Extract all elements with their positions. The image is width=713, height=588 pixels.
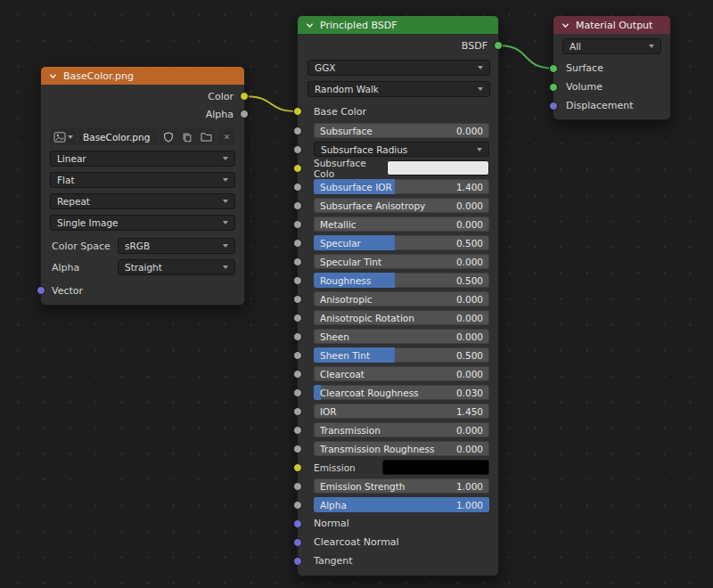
- socket-specular-input[interactable]: [293, 239, 302, 248]
- link-color-to-base-color[interactable]: [244, 96, 298, 111]
- slider-specular[interactable]: Specular0.500: [314, 235, 489, 250]
- node-material-output[interactable]: Material Output All Surface Volume Displ…: [553, 15, 671, 120]
- fake-user-shield-button[interactable]: [160, 128, 177, 145]
- input-row-ior: IOR1.450: [298, 404, 489, 419]
- socket-metallic-input[interactable]: [293, 220, 302, 229]
- input-row-transmission-roughness: Transmission Roughness0.000: [298, 441, 489, 456]
- socket-volume-input[interactable]: [549, 83, 558, 92]
- source-dropdown[interactable]: Single Image: [50, 215, 235, 231]
- node-header-principled[interactable]: Principled BSDF: [298, 16, 498, 34]
- dropdown-value: Straight: [125, 262, 162, 273]
- color-label: Emission: [314, 462, 356, 473]
- slider-metallic[interactable]: Metallic0.000: [314, 216, 489, 232]
- slider-clearcoat[interactable]: Clearcoat0.000: [314, 366, 489, 381]
- slider-alpha[interactable]: Alpha1.000: [314, 497, 489, 512]
- slider-sheen[interactable]: Sheen0.000: [314, 329, 489, 344]
- output-row-alpha: Alpha: [41, 105, 244, 123]
- socket-sheen-input[interactable]: [293, 332, 302, 341]
- socket-alpha-output[interactable]: [240, 110, 249, 118]
- color-space-dropdown[interactable]: sRGB: [118, 238, 235, 254]
- slider-value: 1.400: [456, 182, 483, 192]
- slider-clearcoat-roughness[interactable]: Clearcoat Roughness0.030: [314, 385, 489, 400]
- input-row-subsurface-anisotropy: Subsurface Anisotropy0.000: [298, 198, 489, 213]
- socket-clearcoat-roughness-input[interactable]: [293, 388, 302, 397]
- dropdown-subsurface-radius[interactable]: Subsurface Radius: [314, 142, 489, 157]
- input-label-tangent: Tangent: [314, 555, 353, 567]
- collapse-chevron-icon[interactable]: [49, 73, 57, 79]
- socket-subsurface-radius-input[interactable]: [293, 145, 302, 154]
- input-row-normal: Normal: [298, 516, 498, 531]
- socket-anisotropic-input[interactable]: [293, 295, 302, 304]
- interpolation-dropdown[interactable]: Linear: [50, 151, 235, 167]
- input-row-roughness: Roughness0.500: [298, 273, 489, 288]
- node-principled-bsdf[interactable]: Principled BSDF BSDF GGX Random Walk Bas…: [297, 15, 499, 576]
- slider-subsurface[interactable]: Subsurface0.000: [314, 123, 489, 138]
- socket-base-color-input[interactable]: [293, 107, 302, 116]
- slider-value: 0.000: [456, 313, 483, 323]
- socket-emission-input[interactable]: [293, 463, 302, 472]
- socket-ior-input[interactable]: [293, 407, 302, 416]
- socket-clearcoat-normal-input[interactable]: [293, 538, 302, 547]
- slider-anisotropic[interactable]: Anisotropic0.000: [314, 291, 489, 306]
- socket-subsurface-ior-input[interactable]: [293, 183, 302, 192]
- subsurface-method-dropdown[interactable]: Random Walk: [307, 81, 490, 97]
- slider-transmission-roughness[interactable]: Transmission Roughness0.000: [314, 441, 489, 456]
- slider-subsurface-ior[interactable]: Subsurface IOR1.400: [314, 179, 489, 194]
- socket-emission-strength-input[interactable]: [293, 482, 302, 491]
- image-browse-button[interactable]: [50, 128, 77, 145]
- new-image-button[interactable]: [178, 128, 196, 145]
- socket-transmission-roughness-input[interactable]: [293, 445, 302, 453]
- slider-value: 0.000: [456, 200, 483, 211]
- link-bsdf-to-surface[interactable]: [498, 45, 553, 69]
- socket-displacement-input[interactable]: [549, 102, 558, 110]
- unlink-image-button[interactable]: [218, 128, 235, 145]
- socket-normal-input[interactable]: [293, 519, 302, 528]
- socket-subsurface-anisotropy-input[interactable]: [293, 201, 302, 210]
- node-image-texture[interactable]: BaseColor.png Color Alpha BaseColor.png: [40, 66, 245, 306]
- socket-anisotropic-rotation-input[interactable]: [293, 314, 302, 323]
- input-row-specular: Specular0.500: [298, 235, 489, 250]
- slider-anisotropic-rotation[interactable]: Anisotropic Rotation0.000: [314, 310, 489, 325]
- collapse-chevron-icon[interactable]: [561, 22, 570, 29]
- node-header-image[interactable]: BaseColor.png: [41, 67, 244, 85]
- socket-alpha-input[interactable]: [293, 501, 302, 510]
- socket-transmission-input[interactable]: [293, 426, 302, 435]
- caret-down-icon: [478, 66, 483, 69]
- slider-roughness[interactable]: Roughness0.500: [314, 273, 489, 288]
- socket-subsurface-input[interactable]: [293, 127, 302, 135]
- slider-transmission[interactable]: Transmission0.000: [314, 422, 489, 437]
- socket-subsurface-colo-input[interactable]: [293, 164, 302, 173]
- socket-surface-input[interactable]: [549, 64, 558, 73]
- open-image-button[interactable]: [197, 128, 215, 145]
- socket-specular-tint-input[interactable]: [293, 257, 302, 266]
- image-icon: [53, 132, 66, 143]
- socket-vector-input[interactable]: [37, 286, 45, 295]
- socket-tangent-input[interactable]: [293, 557, 302, 566]
- socket-clearcoat-input[interactable]: [293, 370, 302, 379]
- socket-sheen-tint-input[interactable]: [293, 351, 302, 360]
- socket-roughness-input[interactable]: [293, 276, 302, 285]
- input-row-metallic: Metallic0.000: [298, 216, 489, 232]
- distribution-dropdown[interactable]: GGX: [307, 60, 490, 76]
- color-swatch-subsurface-colo[interactable]: [387, 160, 489, 176]
- input-row-clearcoat-normal: Clearcoat Normal: [298, 535, 498, 550]
- slider-ior[interactable]: IOR1.450: [314, 404, 489, 419]
- target-dropdown[interactable]: All: [562, 38, 661, 54]
- color-swatch-emission[interactable]: [382, 460, 489, 475]
- projection-dropdown[interactable]: Flat: [50, 172, 235, 188]
- slider-specular-tint[interactable]: Specular Tint0.000: [314, 254, 489, 269]
- socket-bsdf-output[interactable]: [494, 41, 503, 50]
- caret-down-icon: [68, 135, 73, 139]
- socket-color-output[interactable]: [240, 92, 249, 101]
- node-editor-canvas[interactable]: BaseColor.png Color Alpha BaseColor.png: [0, 0, 713, 588]
- collapse-chevron-icon[interactable]: [306, 22, 314, 29]
- image-name-field[interactable]: BaseColor.png: [78, 128, 159, 145]
- slider-emission-strength[interactable]: Emission Strength1.000: [314, 478, 489, 494]
- slider-label: Transmission: [320, 425, 381, 436]
- slider-subsurface-anisotropy[interactable]: Subsurface Anisotropy0.000: [314, 198, 489, 213]
- extension-dropdown[interactable]: Repeat: [50, 193, 235, 209]
- alpha-mode-dropdown[interactable]: Straight: [118, 259, 235, 275]
- node-header-output[interactable]: Material Output: [553, 16, 670, 34]
- slider-sheen-tint[interactable]: Sheen Tint0.500: [314, 347, 489, 363]
- slider-value: 0.030: [456, 388, 483, 398]
